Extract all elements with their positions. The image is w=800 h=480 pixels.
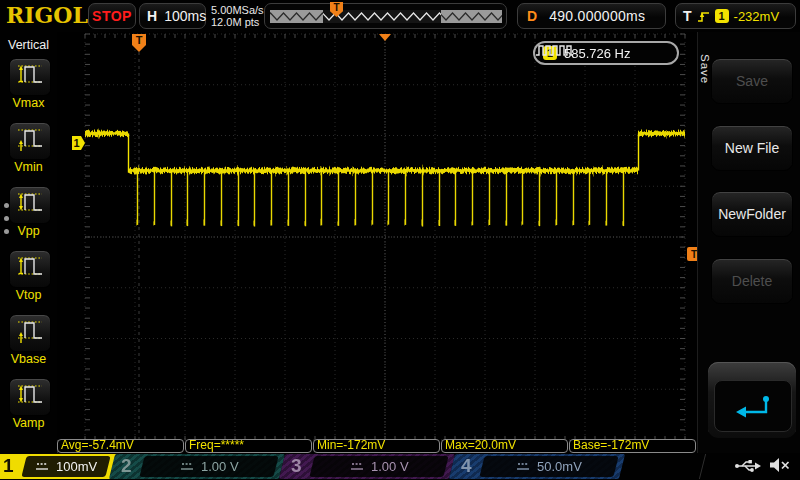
trigger-box: T 1 -232mV: [675, 3, 796, 29]
coupling-icon: [35, 462, 49, 471]
preview-waveform: [270, 10, 502, 23]
vmax-icon: [15, 61, 45, 93]
right-soft-menu: Save Save New File NewFolder Delete: [697, 32, 800, 453]
top-bar: RIGOL STOP H 100ms 5.00MSa/s 12.0M pts T…: [0, 0, 800, 33]
brand-logo: RIGOL: [6, 2, 88, 28]
delay-box: D 490.000000ms: [517, 3, 666, 29]
coupling-icon: [350, 462, 364, 471]
coupling-icon: [180, 462, 194, 471]
measurement-box: Freq=*****: [185, 439, 312, 453]
vamp-icon: [15, 381, 45, 413]
measurement-box: Min=-172mV: [313, 439, 440, 453]
rising-edge-icon: [697, 9, 710, 24]
status-icons: [734, 456, 790, 474]
vtop-icon: [15, 253, 45, 285]
measurement-box: Avg=-57.4mV: [57, 439, 184, 453]
timebase-value: 100ms: [164, 8, 206, 24]
delay-label: D: [527, 8, 537, 24]
left-menu-title: Vertical: [0, 38, 57, 52]
back-button[interactable]: [714, 380, 792, 432]
vpp-icon: [15, 189, 45, 221]
back-button-slot: [708, 362, 796, 438]
trigger-label: T: [683, 8, 692, 24]
sample-rate: 5.00MSa/s: [211, 4, 264, 16]
waveform-display: T1T 1 585.726 Hz: [57, 32, 697, 440]
measurement-box: Max=20.0mV: [441, 439, 568, 453]
measurement-bar: Avg=-57.4mV Freq=***** Min=-172mV Max=20…: [57, 439, 697, 453]
channel-bar-divider: [699, 454, 720, 479]
run-state-button[interactable]: STOP: [88, 3, 136, 29]
oscilloscope-screen: RIGOL STOP H 100ms 5.00MSa/s 12.0M pts T…: [0, 0, 800, 480]
speaker-muted-icon: [769, 456, 790, 474]
measurement-box: Base=-172mV: [569, 439, 696, 453]
return-arrow-icon: [733, 393, 773, 420]
menu-tab-save: Save: [699, 54, 711, 84]
horizontal-timebase-box: H 100ms: [139, 3, 206, 29]
channel-chip-1[interactable]: 1 100mV: [0, 454, 117, 479]
channel-bar: 1 100mV 2: [0, 453, 800, 480]
soft-button-newfolder[interactable]: NewFolder: [711, 191, 793, 237]
channel-chip-3[interactable]: 3 1.00 V: [279, 454, 455, 479]
channel-chip-2[interactable]: 2 1.00 V: [109, 454, 285, 479]
memory-depth: 12.0M pts: [211, 16, 264, 28]
waveform-trace: [57, 32, 705, 444]
left-measure-menu: Vertical Vmax Vmin Vpp: [0, 32, 58, 453]
horizontal-label: H: [147, 8, 157, 24]
delay-value: 490.000000ms: [549, 8, 645, 24]
soft-button-new-file[interactable]: New File: [711, 125, 793, 171]
run-state-label: STOP: [92, 8, 132, 24]
frequency-counter: 1 585.726 Hz: [533, 41, 679, 65]
channel-chip-4[interactable]: 4 50.0mV: [449, 454, 625, 479]
soft-button-delete[interactable]: Delete: [711, 258, 793, 304]
trigger-level-value: -232mV: [734, 9, 780, 24]
trigger-source-badge: 1: [715, 9, 729, 23]
coupling-icon: [516, 462, 530, 471]
memory-waveform-preview: T: [264, 3, 507, 29]
vbase-icon: [15, 317, 45, 349]
menu-page-indicator: [4, 195, 9, 242]
square-wave-icon: [535, 43, 577, 57]
vmin-icon: [15, 125, 45, 157]
acquisition-info: 5.00MSa/s 12.0M pts: [211, 4, 264, 28]
usb-icon: [734, 457, 761, 474]
soft-button-save[interactable]: Save: [711, 58, 793, 104]
